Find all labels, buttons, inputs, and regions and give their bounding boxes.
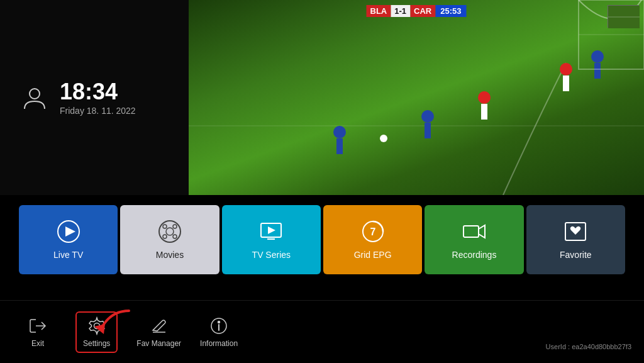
- tile-favorite[interactable]: Favorite: [526, 205, 625, 274]
- svg-point-3: [421, 110, 434, 123]
- monitor-play-icon: [259, 220, 283, 243]
- svg-rect-4: [425, 123, 431, 138]
- tv-preview: BLA 1-1 CAR 25:53: [189, 0, 644, 195]
- svg-marker-26: [268, 226, 275, 234]
- settings-label: Settings: [83, 339, 110, 348]
- svg-point-11: [380, 135, 387, 142]
- film-icon: [158, 220, 182, 243]
- edit-icon: [150, 316, 169, 335]
- exit-button[interactable]: Exit: [19, 316, 57, 348]
- tile-tvseries[interactable]: TV Series: [222, 205, 321, 274]
- user-info: 18:34 Friday 18. 11. 2022: [19, 79, 170, 116]
- score-display: 1-1: [391, 5, 410, 17]
- svg-point-7: [560, 63, 572, 75]
- tile-livetv-label: Live TV: [53, 250, 83, 260]
- tile-gridepg[interactable]: 7 Grid EPG: [323, 205, 422, 274]
- svg-rect-30: [464, 226, 479, 237]
- svg-point-21: [163, 225, 167, 228]
- user-icon: [19, 82, 50, 113]
- svg-text:7: 7: [370, 226, 375, 237]
- svg-rect-10: [594, 63, 601, 79]
- tile-favorite-label: Favorite: [560, 250, 592, 260]
- svg-point-19: [159, 221, 180, 242]
- fav-manager-label: Fav Manager: [136, 339, 181, 348]
- svg-marker-18: [65, 226, 75, 237]
- score-bar: BLA 1-1 CAR 25:53: [367, 5, 467, 17]
- svg-point-16: [30, 89, 40, 99]
- tile-movies[interactable]: Movies: [120, 205, 219, 274]
- tile-livetv[interactable]: Live TV: [19, 205, 118, 274]
- menu-row: Live TV Movies TV Series 7 Grid EPG: [0, 199, 644, 281]
- user-id: UserId : ea2a40d80bbb27f3: [546, 343, 631, 350]
- exit-label: Exit: [31, 339, 44, 348]
- team2-label: CAR: [410, 5, 435, 17]
- team1-label: BLA: [367, 5, 391, 17]
- tile-recordings-label: Recordings: [452, 250, 497, 260]
- svg-point-1: [333, 126, 346, 138]
- arrow-indicator: [91, 308, 129, 333]
- left-panel: 18:34 Friday 18. 11. 2022: [0, 0, 189, 195]
- svg-rect-8: [563, 75, 569, 91]
- svg-marker-31: [479, 225, 485, 238]
- svg-point-38: [218, 321, 220, 323]
- grid-epg-icon: 7: [361, 220, 385, 243]
- tile-tvseries-label: TV Series: [252, 250, 291, 260]
- tile-movies-label: Movies: [156, 250, 184, 260]
- svg-point-23: [163, 235, 167, 238]
- tile-gridepg-label: Grid EPG: [354, 250, 392, 260]
- clock-time: 18:34: [60, 79, 136, 104]
- svg-rect-2: [336, 138, 343, 154]
- svg-rect-6: [481, 104, 487, 120]
- exit-icon: [28, 316, 47, 335]
- fav-manager-button[interactable]: Fav Manager: [136, 316, 181, 348]
- svg-point-5: [478, 91, 491, 104]
- svg-point-24: [173, 235, 177, 238]
- info-icon: [209, 316, 228, 335]
- camera-video-icon: [462, 220, 486, 243]
- information-button[interactable]: Information: [200, 316, 238, 348]
- svg-point-20: [166, 228, 174, 235]
- svg-point-22: [173, 225, 177, 228]
- mini-thumbnail: [608, 5, 639, 28]
- match-time: 25:53: [435, 5, 466, 17]
- svg-point-9: [591, 50, 604, 63]
- tile-recordings[interactable]: Recordings: [425, 205, 523, 274]
- play-icon: [57, 220, 80, 243]
- svg-marker-39: [94, 324, 105, 334]
- favorite-icon: [564, 220, 587, 243]
- information-label: Information: [200, 339, 238, 348]
- time-info: 18:34 Friday 18. 11. 2022: [60, 79, 136, 116]
- clock-date: Friday 18. 11. 2022: [60, 106, 136, 116]
